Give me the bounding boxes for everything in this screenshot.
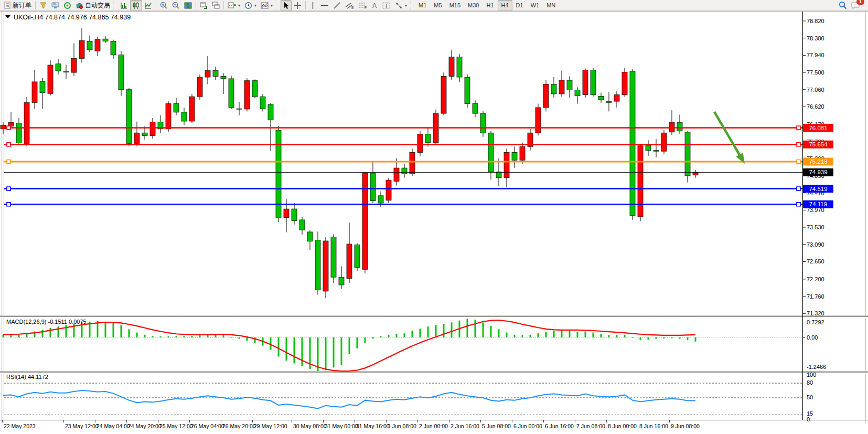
timeframe-button-mn[interactable]: MN	[543, 0, 559, 11]
timeframe-button-h4[interactable]: H4	[498, 0, 512, 11]
signal-button[interactable]	[61, 0, 73, 11]
time-tick-label: 24 May 20:00	[128, 423, 162, 429]
template-button[interactable]: ▾	[259, 0, 275, 11]
price-line-badge-label: 74.939	[809, 169, 827, 175]
funnel-button[interactable]	[37, 0, 49, 11]
line-chart-button[interactable]	[142, 0, 154, 11]
trendline-tool-button[interactable]	[331, 0, 343, 11]
zoom-in-button[interactable]	[158, 0, 170, 11]
rsi-axis-label: 50	[807, 394, 813, 400]
horizontal-line-tool-button[interactable]	[318, 0, 331, 11]
arrows-tool-button[interactable]: ▾	[393, 0, 409, 11]
price-tick-label: 73.530	[807, 224, 824, 230]
separator	[305, 1, 306, 9]
vertical-line-tool-button[interactable]	[307, 0, 318, 11]
separator	[156, 1, 156, 9]
timeframe-button-d1[interactable]: D1	[512, 0, 527, 11]
price-tick-label: 77.500	[807, 69, 824, 76]
price-tick-label: 72.200	[807, 276, 824, 282]
fibonacci-tool-button[interactable]: F	[356, 0, 369, 11]
bear-candle	[126, 90, 132, 144]
time-tick-label: 9 Jun 08:00	[671, 423, 700, 429]
timeframe-button-m30[interactable]: M30	[464, 0, 483, 11]
bear-candle	[40, 81, 45, 93]
line-handle[interactable]	[7, 160, 10, 164]
svg-text:A: A	[372, 2, 377, 9]
price-tick-label: 77.940	[807, 52, 824, 58]
fibonacci-icon: F	[358, 2, 367, 9]
line-handle[interactable]	[7, 187, 10, 190]
bull-candle	[71, 58, 77, 72]
auto-trading-button[interactable]: 自动交易	[73, 0, 112, 11]
price-line-badge-label: 75.213	[809, 158, 827, 165]
bar-chart-button[interactable]	[118, 0, 130, 11]
bear-candle	[307, 232, 313, 241]
channel-tool-button[interactable]: E	[343, 0, 356, 11]
bull-candle	[543, 84, 549, 108]
bull-candle	[410, 152, 415, 174]
line-handle[interactable]	[797, 143, 800, 146]
search-button[interactable]	[837, 0, 849, 11]
timeframe-button-w1[interactable]: W1	[527, 0, 543, 11]
line-handle[interactable]	[7, 143, 10, 146]
bull-candle	[394, 168, 399, 181]
line-handle[interactable]	[797, 203, 800, 206]
bear-candle	[630, 71, 635, 216]
price-tick-label: 76.620	[807, 103, 824, 110]
bull-candle	[583, 70, 588, 95]
timeframe-group: M1M5M15M30H1H4D1W1MN	[415, 0, 559, 11]
line-handle[interactable]	[7, 203, 10, 206]
arrange-windows-button[interactable]	[198, 0, 210, 11]
timeframe-button-m15[interactable]: M15	[446, 0, 464, 11]
funnel-icon	[39, 2, 47, 9]
separator	[196, 1, 196, 9]
bear-candle	[221, 77, 226, 79]
bear-candle	[402, 168, 407, 174]
time-tick-label: 7 Jun 08:00	[576, 423, 605, 429]
bull-candle	[244, 81, 250, 109]
terminal-button[interactable]	[49, 0, 61, 11]
cursor-tool-button[interactable]	[281, 0, 292, 11]
symbol-ohlc-label: UKOil-,H4 74.874 74.976 74.865 74.939	[14, 14, 131, 21]
new-order-label: 新订单	[13, 1, 31, 10]
period-button[interactable]: ▾	[242, 0, 259, 11]
price-line-badge-label: 75.654	[809, 141, 828, 147]
bull-candle	[638, 146, 643, 217]
line-handle[interactable]	[797, 187, 800, 190]
line-handle[interactable]	[797, 126, 800, 130]
crosshair-tool-button[interactable]	[292, 0, 304, 11]
bear-candle	[685, 132, 690, 176]
line-handle[interactable]	[797, 160, 800, 164]
new-chart-button[interactable]: ▾	[226, 0, 242, 11]
bear-candle	[575, 90, 580, 96]
line-handle[interactable]	[7, 126, 10, 130]
chart-canvas[interactable]: 78.82078.38077.94077.50077.06076.62076.1…	[0, 0, 868, 434]
tile-windows-button[interactable]	[182, 0, 194, 11]
dropdown-caret: ▾	[238, 3, 240, 8]
bear-candle	[598, 96, 604, 100]
price-line-badge-label: 74.519	[809, 186, 827, 192]
chart-window-bg	[0, 12, 868, 434]
cascade-windows-button[interactable]	[210, 0, 222, 11]
bear-candle	[142, 133, 147, 135]
timeframe-button-m5[interactable]: M5	[430, 0, 445, 11]
price-tick-label: 72.650	[807, 258, 824, 264]
bear-candle	[87, 41, 92, 50]
timeframe-button-h1[interactable]: H1	[483, 0, 497, 11]
label-tool-button[interactable]: T	[380, 0, 393, 11]
time-tick-label: 1 Jun 08:00	[388, 423, 416, 429]
zoom-out-button[interactable]	[170, 0, 182, 11]
new-order-button[interactable]: 新订单	[2, 0, 34, 11]
candlestick-chart-button[interactable]	[130, 0, 142, 11]
bull-candle	[189, 97, 195, 121]
bear-candle	[268, 104, 273, 120]
notifications-button[interactable]: 1	[849, 0, 862, 11]
time-tick-label: 29 May 12:00	[254, 423, 287, 429]
rsi-axis-label: 100	[807, 372, 816, 378]
price-tick-label: 71.760	[807, 293, 824, 300]
zoom-out-icon	[172, 2, 180, 9]
bear-candle	[567, 80, 572, 90]
text-tool-button[interactable]: A	[369, 0, 380, 11]
timeframe-button-m1[interactable]: M1	[415, 0, 430, 11]
bear-candle	[355, 245, 360, 267]
